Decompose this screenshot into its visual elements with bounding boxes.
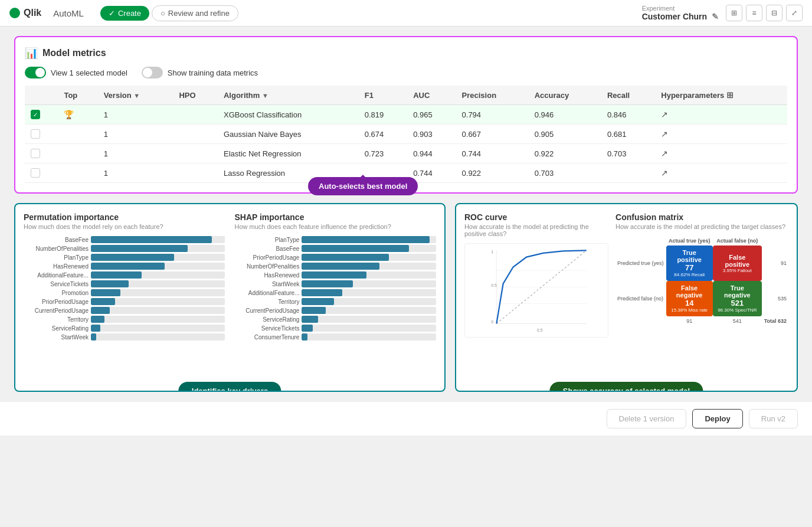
bar-track [91, 298, 225, 305]
metrics-card: 📊 Model metrics View 1 selected model Sh… [14, 36, 798, 194]
logo-text: Qlik [24, 8, 41, 18]
tp-value: 77 [671, 263, 708, 272]
list-view-button[interactable]: ≡ [746, 5, 762, 21]
bar-label: Territory [234, 299, 299, 305]
row-f1: 0.723 [359, 144, 407, 163]
row-hpo [173, 163, 218, 183]
bar-row: ServiceTickets [24, 280, 225, 287]
bar-label: CurrentPeriodUsage [234, 307, 299, 314]
edit-icon[interactable]: ✎ [712, 12, 719, 21]
tn-pct: 96.30% Spec/TNR [718, 307, 757, 313]
show-training-toggle[interactable] [142, 67, 163, 78]
algorithm-filter-icon[interactable]: ▼ [262, 92, 269, 99]
hyperparams-link[interactable]: ↗ [661, 129, 668, 139]
confusion-matrix-section: Confusion matrix How accurate is the mod… [615, 212, 788, 339]
bar-track [302, 298, 436, 305]
bar-fill [302, 307, 326, 314]
confusion-title: Confusion matrix [615, 212, 788, 222]
expand-button[interactable]: ⤢ [786, 5, 803, 21]
col2-total: 541 [713, 316, 762, 326]
importance-panels-inner: Permutation importance How much does the… [24, 212, 436, 342]
col-header-top: Top [58, 86, 97, 105]
top-bar: Qlik AutoML ✓ Create ○ Review and refine… [0, 0, 812, 27]
confusion-matrix-table: Actual true (yes) Actual false (no) Pred… [615, 236, 788, 326]
bottom-row: Permutation importance How much does the… [14, 203, 798, 392]
bar-label: HasRenewed [234, 272, 299, 279]
bar-fill [91, 236, 212, 243]
shap-title: SHAP importance [234, 212, 436, 222]
run-v2-button[interactable]: Run v2 [749, 409, 798, 428]
bar-row: BaseFee [234, 245, 436, 252]
bar-fill [91, 289, 120, 296]
table-row[interactable]: ✓ 🏆 1 XGBoost Classification 0.819 0.965… [25, 105, 787, 125]
delete-version-button[interactable]: Delete 1 version [607, 409, 687, 428]
trophy-icon: 🏆 [64, 110, 74, 119]
col-header-precision: Precision [456, 86, 529, 105]
bar-track [302, 245, 436, 252]
roc-subtitle: How accurate is the model at predicting … [464, 223, 608, 237]
check-circle-icon: ✓ [109, 9, 115, 18]
column-settings-icon[interactable]: ⊞ [726, 90, 734, 100]
view-selected-toggle[interactable] [25, 67, 46, 78]
bar-fill [302, 333, 307, 341]
bar-row: AdditionalFeature... [24, 271, 225, 279]
actual-true-header: Actual true (yes) [666, 236, 713, 246]
deploy-button[interactable]: Deploy [692, 409, 742, 428]
bar-label: StartWeek [24, 334, 89, 341]
table-view-button[interactable]: ⊟ [766, 5, 782, 21]
row-auc: 0.965 [407, 105, 456, 125]
view-selected-toggle-group: View 1 selected model [25, 67, 127, 78]
bar-label: BaseFee [234, 246, 299, 252]
table-row[interactable]: 1 Gaussian Naive Bayes 0.674 0.903 0.667… [25, 125, 787, 144]
experiment-label: Experiment [642, 5, 719, 12]
row-accuracy: 0.703 [529, 163, 601, 183]
table-row[interactable]: 1 Elastic Net Regression 0.723 0.944 0.7… [25, 144, 787, 163]
row-checkbox[interactable] [31, 168, 40, 178]
actual-false-header: Actual false (no) [713, 236, 762, 246]
footer: Delete 1 version Deploy Run v2 [0, 401, 812, 436]
row-checkbox[interactable]: ✓ [31, 110, 40, 119]
hyperparams-link[interactable]: ↗ [661, 168, 668, 178]
tp-pct: 84.62% Recall [671, 272, 708, 277]
fp-label: False [718, 254, 757, 261]
tn-label: True [718, 284, 757, 292]
bar-label: Territory [24, 316, 89, 323]
row-recall: 0.681 [601, 125, 655, 144]
col-header-hyperparams: Hyperparameters ⊞ [655, 86, 787, 105]
bar-track [91, 271, 225, 279]
top-right: Experiment Customer Churn ✎ ⊞ ≡ ⊟ ⤢ [642, 5, 803, 21]
row-hpo [173, 144, 218, 163]
row-auc: 0.903 [407, 125, 456, 144]
bar-row: Territory [234, 298, 436, 305]
main-content: 📊 Model metrics View 1 selected model Sh… [0, 27, 812, 401]
bar-row: Territory [24, 316, 225, 323]
bar-fill [302, 263, 379, 270]
row-precision: 0.794 [456, 105, 529, 125]
circle-icon: ○ [161, 9, 165, 18]
bar-label: ConsumerTenure [234, 334, 299, 341]
grid-view-button[interactable]: ⊞ [726, 5, 742, 21]
bar-label: PlanType [234, 237, 299, 243]
nav-create-button[interactable]: ✓ Create [100, 6, 149, 21]
row-checkbox[interactable] [31, 149, 40, 158]
show-training-toggle-group: Show training data metrics [142, 67, 258, 78]
predicted-false-label: Predicted false (no) [615, 281, 666, 316]
bar-fill [302, 245, 409, 252]
hyperparams-link[interactable]: ↗ [661, 110, 668, 119]
nav-review-button[interactable]: ○ Review and refine [152, 5, 238, 21]
view-selected-label: View 1 selected model [51, 68, 127, 77]
bar-fill [91, 280, 129, 287]
top-icons: ⊞ ≡ ⊟ ⤢ [726, 5, 803, 21]
nav-create-label: Create [118, 9, 141, 18]
bar-fill [302, 316, 317, 323]
row-checkbox[interactable] [31, 129, 40, 139]
card-header: 📊 Model metrics [25, 47, 787, 60]
row-precision: 0.744 [456, 144, 529, 163]
grand-total: Total 632 [762, 316, 788, 326]
hyperparams-link[interactable]: ↗ [661, 149, 668, 158]
row2-total: 535 [762, 281, 788, 316]
bar-fill [302, 236, 429, 243]
version-filter-icon[interactable]: ▼ [133, 92, 140, 99]
fp-pct: 3.95% Fallout [718, 268, 757, 273]
bar-track [302, 316, 436, 323]
